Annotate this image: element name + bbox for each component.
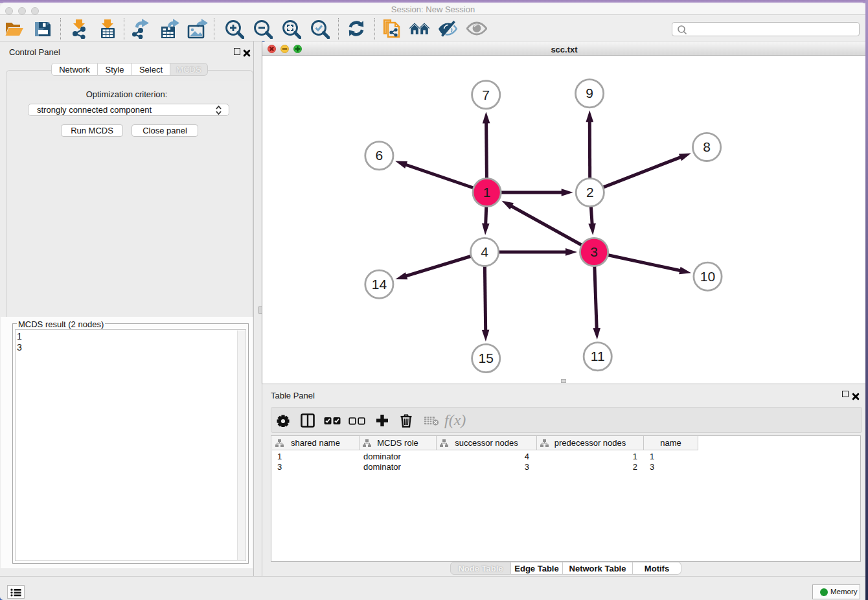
svg-text:6: 6 <box>376 148 383 163</box>
svg-text:10: 10 <box>700 269 715 284</box>
svg-text:1: 1 <box>483 185 491 200</box>
svg-text:8: 8 <box>703 139 711 154</box>
svg-text:7: 7 <box>482 87 490 102</box>
svg-text:9: 9 <box>586 86 593 100</box>
svg-text:2: 2 <box>586 185 594 200</box>
svg-text:14: 14 <box>372 277 387 292</box>
svg-text:3: 3 <box>590 244 598 259</box>
svg-text:4: 4 <box>481 244 488 259</box>
svg-text:15: 15 <box>479 351 494 365</box>
svg-text:11: 11 <box>591 349 605 363</box>
